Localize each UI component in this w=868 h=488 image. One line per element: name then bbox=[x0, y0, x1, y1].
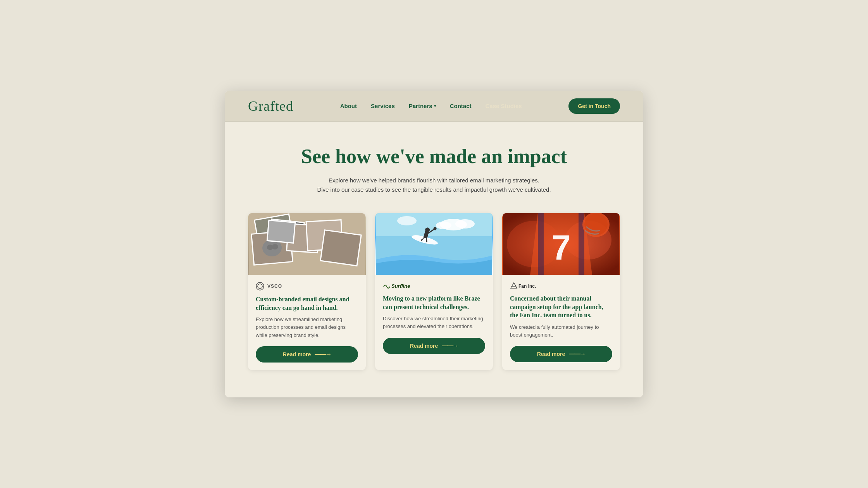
nav-about[interactable]: About bbox=[340, 103, 357, 109]
main-content: See how we've made an impact Explore how… bbox=[225, 122, 643, 397]
svg-rect-35 bbox=[538, 213, 544, 275]
nav-case-studies[interactable]: Case Studies bbox=[485, 103, 522, 109]
hero-subtitle-1: Explore how we've helped brands flourish… bbox=[248, 176, 620, 185]
surfline-image-svg bbox=[375, 213, 493, 275]
hero-title: See how we've made an impact bbox=[248, 145, 620, 168]
svg-text:Fan inc.: Fan inc. bbox=[518, 284, 536, 289]
svg-point-11 bbox=[258, 284, 262, 289]
arrow-icon-2: ——→ bbox=[442, 342, 458, 349]
nav-contact[interactable]: Contact bbox=[450, 103, 472, 109]
vsco-collage-svg bbox=[248, 213, 366, 275]
faninc-image-svg: 7 bbox=[502, 213, 620, 275]
cards-grid: VSCO Custom-branded email designs and ef… bbox=[248, 213, 620, 370]
card-surfline: Surfline Moving to a new platform like B… bbox=[375, 213, 493, 370]
card-brand-faninc: Fan inc. bbox=[510, 282, 612, 290]
svg-text:7: 7 bbox=[551, 228, 571, 267]
card-desc-faninc: We created a fully automated journey to … bbox=[510, 323, 612, 339]
card-title-surfline: Moving to a new platform like Braze can … bbox=[383, 294, 485, 311]
faninc-logo-icon: Fan inc. bbox=[510, 282, 541, 290]
card-image-surfline bbox=[375, 213, 493, 275]
get-in-touch-button[interactable]: Get in Touch bbox=[568, 98, 620, 114]
read-more-button-vsco[interactable]: Read more ——→ bbox=[256, 346, 358, 363]
svg-point-20 bbox=[436, 222, 451, 229]
brand-name-vsco: VSCO bbox=[267, 284, 282, 289]
card-body-faninc: Fan inc. Concerned about their manual ca… bbox=[502, 275, 620, 370]
read-more-button-surfline[interactable]: Read more ——→ bbox=[383, 338, 485, 354]
svg-point-19 bbox=[455, 219, 475, 229]
svg-marker-39 bbox=[511, 283, 517, 288]
logo[interactable]: Grafted bbox=[248, 98, 293, 114]
card-brand-surfline: Surfline bbox=[383, 282, 485, 290]
nav-services[interactable]: Services bbox=[371, 103, 395, 109]
read-more-button-faninc[interactable]: Read more ——→ bbox=[510, 346, 612, 362]
card-body-vsco: VSCO Custom-branded email designs and ef… bbox=[248, 275, 366, 370]
card-body-surfline: Surfline Moving to a new platform like B… bbox=[375, 275, 493, 361]
vsco-logo-icon bbox=[256, 282, 264, 290]
card-brand-vsco: VSCO bbox=[256, 282, 358, 290]
card-title-faninc: Concerned about their manual campaign se… bbox=[510, 294, 612, 320]
card-title-vsco: Custom-branded email designs and efficie… bbox=[256, 295, 358, 312]
card-vsco: VSCO Custom-branded email designs and ef… bbox=[248, 213, 366, 370]
card-faninc: 7 bbox=[502, 213, 620, 370]
svg-rect-6 bbox=[320, 230, 361, 266]
nav: About Services Partners ▾ Contact Case S… bbox=[340, 103, 522, 109]
card-desc-surfline: Discover how we streamlined their market… bbox=[383, 315, 485, 330]
svg-rect-17 bbox=[376, 213, 492, 236]
nav-partners[interactable]: Partners ▾ bbox=[409, 103, 436, 109]
surfline-logo-icon: Surfline bbox=[383, 282, 418, 290]
header: Grafted About Services Partners ▾ Contac… bbox=[225, 91, 643, 122]
card-image-vsco bbox=[248, 213, 366, 275]
browser-frame: Grafted About Services Partners ▾ Contac… bbox=[225, 91, 643, 397]
arrow-icon-3: ——→ bbox=[569, 351, 585, 357]
card-image-faninc: 7 bbox=[502, 213, 620, 275]
arrow-icon: ——→ bbox=[315, 351, 331, 358]
card-desc-vsco: Explore how we streamlined marketing pro… bbox=[256, 316, 358, 339]
hero-subtitle-2: Dive into our case studies to see the ta… bbox=[248, 185, 620, 194]
hero-section: See how we've made an impact Explore how… bbox=[248, 145, 620, 194]
svg-text:Surfline: Surfline bbox=[391, 283, 410, 289]
chevron-down-icon: ▾ bbox=[434, 104, 436, 108]
svg-point-21 bbox=[397, 216, 417, 225]
